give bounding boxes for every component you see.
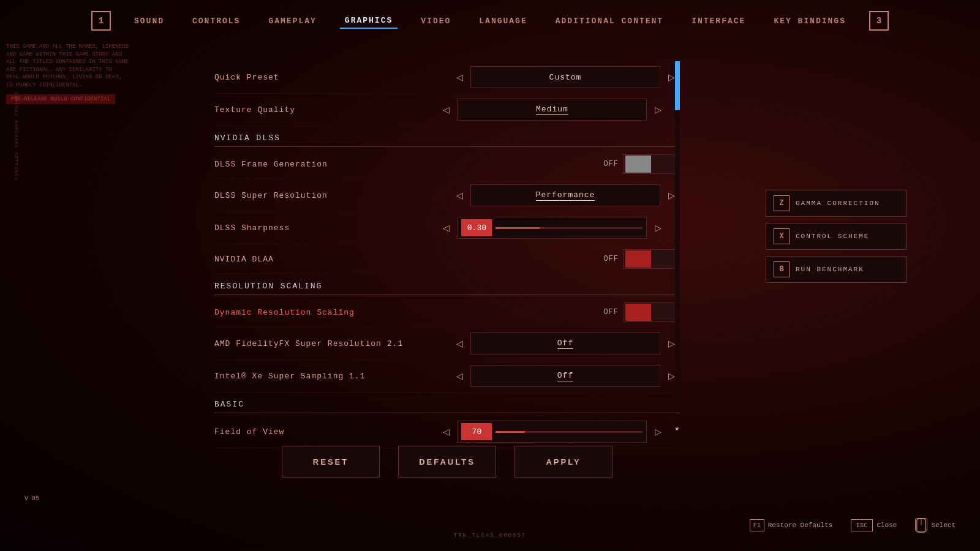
dlss-sharpness-fill	[496, 227, 540, 229]
left-edge-text-1: SAMURAI HARDWARE SETTINGS	[13, 92, 19, 181]
amd-fsr-row: AMD FidelityFX Super Resolution 2.1 ◁ Of…	[214, 328, 680, 360]
center-debug-code: TRN_TLCAS_000057	[454, 533, 526, 539]
fov-next[interactable]: ▷	[649, 421, 666, 443]
settings-scrollbar[interactable]	[675, 61, 680, 404]
quick-preset-control: ◁ Custom ▷	[451, 66, 680, 88]
texture-quality-row: Texture Quality ◁ Medium ▷ *	[214, 94, 680, 126]
bottom-action-bar: RESET DEFAULTS APPLY	[214, 446, 680, 478]
fov-label: Field of View	[214, 427, 437, 437]
nav-badge-left: 1	[91, 11, 111, 31]
dynamic-res-off-label: OFF	[603, 308, 619, 317]
dlss-super-res-label: DLSS Super Resolution	[214, 191, 451, 200]
fov-value: 70	[461, 423, 492, 440]
fov-track	[496, 431, 643, 433]
benchmark-key-icon: B	[774, 261, 790, 277]
texture-quality-prev[interactable]: ◁	[437, 99, 454, 121]
amd-fsr-label: AMD FidelityFX Super Resolution 2.1	[214, 339, 451, 348]
quick-preset-prev[interactable]: ◁	[451, 66, 468, 88]
fov-fill	[496, 431, 525, 433]
select-label: Select	[931, 522, 956, 529]
resolution-scaling-section-header: Resolution Scaling	[214, 274, 680, 295]
scrollbar-thumb	[675, 61, 680, 110]
amd-fsr-prev[interactable]: ◁	[451, 332, 468, 354]
nvidia-dlaa-row: NVIDIA DLAA OFF	[214, 244, 680, 274]
page-content: 1 SOUND CONTROLS GAMEPLAY GRAPHICS VIDEO…	[0, 0, 980, 551]
left-info-panel: THIS GAME AND ALL THE NAMES, LIKENESS AN…	[0, 37, 135, 110]
amd-fsr-value: Off	[470, 332, 660, 354]
basic-section-header: Basic	[214, 392, 680, 413]
dlss-sharpness-slider-box[interactable]: 0.30	[457, 217, 647, 239]
apply-button[interactable]: APPLY	[514, 446, 612, 478]
dlss-frame-gen-thumb	[625, 156, 651, 173]
tab-controls[interactable]: CONTROLS	[187, 14, 245, 28]
right-action-panel: Z GAMMA CORRECTION X CONTROL SCHEME B RU…	[766, 190, 907, 283]
dlss-frame-gen-off-label: OFF	[603, 160, 619, 168]
quick-preset-value: Custom	[470, 66, 660, 88]
close-item: ESC Close	[851, 519, 897, 531]
dlss-sharpness-prev[interactable]: ◁	[437, 217, 454, 239]
dlss-sharpness-value: 0.30	[461, 219, 492, 236]
texture-quality-next[interactable]: ▷	[649, 99, 666, 121]
fov-asterisk: *	[674, 426, 680, 437]
tab-language[interactable]: LANGUAGE	[474, 14, 532, 28]
dlss-sharpness-control: ◁ 0.30 ▷ *	[437, 217, 680, 239]
dlss-frame-gen-toggle[interactable]	[624, 154, 680, 174]
tab-graphics[interactable]: GRAPHICS	[340, 13, 398, 29]
tab-key-bindings[interactable]: KEY BINDINGS	[769, 14, 851, 28]
intel-xess-prev[interactable]: ◁	[451, 365, 468, 387]
control-scheme-button[interactable]: X CONTROL SCHEME	[766, 223, 907, 250]
dlss-sharpness-row: DLSS Sharpness ◁ 0.30 ▷ *	[214, 212, 680, 244]
dlss-super-res-row: DLSS Super Resolution ◁ Performance ▷	[214, 179, 680, 212]
tab-gameplay[interactable]: GAMEPLAY	[263, 14, 321, 28]
dynamic-res-label: Dynamic Resolution Scaling	[214, 308, 603, 317]
nvidia-dlss-section-header: NVIDIA DLSS	[214, 126, 680, 147]
tab-interface[interactable]: INTERFACE	[687, 14, 750, 28]
restore-defaults-label: Restore Defaults	[768, 522, 833, 529]
reset-button[interactable]: RESET	[282, 446, 380, 478]
nvidia-dlaa-off-label: OFF	[603, 255, 619, 263]
version-badge: PRE-RELEASE BUILD CONFIDENTIAL	[6, 94, 115, 104]
fov-prev[interactable]: ◁	[437, 421, 454, 443]
fov-row: Field of View ◁ 70 ▷ *	[214, 416, 680, 448]
dynamic-res-thumb	[625, 304, 651, 321]
run-benchmark-button[interactable]: B RUN BENCHMARK	[766, 256, 907, 283]
tab-video[interactable]: VIDEO	[416, 14, 456, 28]
main-settings-area: Quick Preset ◁ Custom ▷ Texture Quality …	[214, 61, 680, 448]
quick-preset-label: Quick Preset	[214, 73, 451, 82]
run-benchmark-label: RUN BENCHMARK	[796, 266, 864, 273]
dlss-sharpness-next[interactable]: ▷	[649, 217, 666, 239]
fov-slider-box[interactable]: 70	[457, 421, 647, 443]
nvidia-dlaa-control: OFF	[603, 249, 680, 269]
intel-xess-label: Intel® Xe Super Sampling 1.1	[214, 372, 451, 381]
nvidia-dlaa-toggle[interactable]	[624, 249, 680, 269]
version-label: V 85	[24, 495, 39, 502]
tab-sound[interactable]: SOUND	[129, 14, 169, 28]
defaults-button[interactable]: DEFAULTS	[398, 446, 496, 478]
tab-additional-content[interactable]: ADDITIONAL CONTENT	[551, 14, 668, 28]
intel-xess-row: Intel® Xe Super Sampling 1.1 ◁ Off ▷	[214, 360, 680, 392]
texture-quality-value: Medium	[457, 99, 647, 121]
dlss-frame-gen-label: DLSS Frame Generation	[214, 160, 603, 169]
dlss-super-res-control: ◁ Performance ▷	[451, 184, 680, 206]
dlss-sharpness-track	[496, 227, 643, 229]
dynamic-res-toggle[interactable]	[624, 302, 680, 322]
dynamic-res-row: Dynamic Resolution Scaling OFF	[214, 298, 680, 328]
close-key-icon: ESC	[851, 519, 873, 531]
amd-fsr-control: ◁ Off ▷	[451, 332, 680, 354]
control-scheme-label: CONTROL SCHEME	[796, 233, 869, 240]
dlss-super-res-value: Performance	[470, 184, 660, 206]
intel-xess-value: Off	[470, 365, 660, 387]
dynamic-res-control: OFF	[603, 302, 680, 322]
footer: F1 Restore Defaults ESC Close Select	[0, 518, 980, 533]
fov-control: ◁ 70 ▷ *	[437, 421, 680, 443]
intel-xess-control: ◁ Off ▷	[451, 365, 680, 387]
dlss-super-res-prev[interactable]: ◁	[451, 184, 468, 206]
quick-preset-row: Quick Preset ◁ Custom ▷	[214, 61, 680, 94]
gamma-key-icon: Z	[774, 195, 790, 211]
gamma-correction-button[interactable]: Z GAMMA CORRECTION	[766, 190, 907, 217]
texture-quality-label: Texture Quality	[214, 105, 437, 114]
restore-key-icon: F1	[750, 519, 764, 531]
top-navigation: 1 SOUND CONTROLS GAMEPLAY GRAPHICS VIDEO…	[0, 0, 980, 42]
control-key-icon: X	[774, 228, 790, 244]
mouse-icon	[915, 518, 927, 533]
